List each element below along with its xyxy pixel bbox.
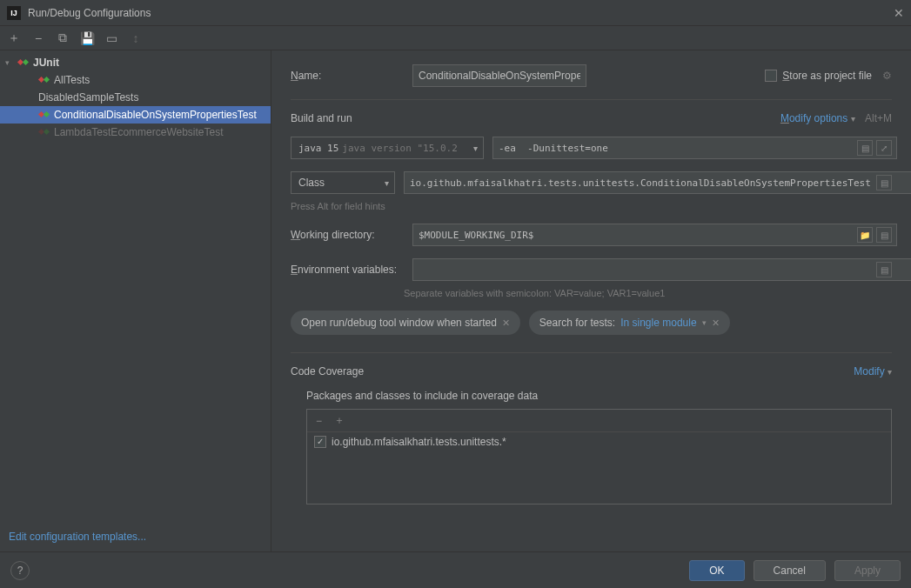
help-button[interactable]: ? [10,561,30,580]
coverage-item-label: io.github.mfaisalkhatri.tests.unittests.… [332,436,506,448]
apply-button[interactable]: Apply [834,560,901,581]
modify-options-shortcut: Alt+M [865,112,892,124]
main-panel: NName:ame: Store as project file ⚙ Build… [271,50,911,551]
junit-icon [38,74,50,86]
chevron-down-icon: ▾ [851,114,855,124]
env-input[interactable] [412,258,911,281]
app-icon: IJ [7,6,21,20]
checkbox-icon[interactable] [314,436,326,448]
junit-icon [38,126,50,138]
chip-remove-icon[interactable]: ✕ [712,317,720,329]
build-run-title: Build and run [291,112,352,124]
vm-options-input[interactable] [492,137,897,159]
modify-options-link[interactable]: Modify options [780,112,847,124]
checkbox-icon[interactable] [765,70,777,82]
window-title: Run/Debug Configurations [28,7,151,19]
field-hint: Press Alt for field hints [291,201,892,211]
gear-icon[interactable]: ⚙ [882,70,892,82]
test-kind-select[interactable]: Class [291,171,395,194]
tree-item-label: DisabledSampleTests [38,91,138,104]
coverage-subtitle: Packages and classes to include in cover… [306,390,892,402]
macro-icon[interactable]: ▤ [857,140,873,156]
close-icon[interactable]: ✕ [894,6,904,20]
browse-icon[interactable]: ▤ [876,262,892,277]
config-sidebar: ▾ JUnit AllTests DisabledSampleTests Con… [0,50,271,551]
jdk-name: java 15 [298,143,338,154]
config-toolbar: ＋ − ⧉ 💾 ▭ ↕ [0,26,911,50]
chevron-down-icon: ▾ [888,367,892,377]
name-label: NName:ame: [291,70,404,82]
macro-icon[interactable]: ▤ [876,227,892,243]
chip-open-tool-window[interactable]: Open run/debug tool window when started … [291,311,520,335]
tree-root-junit[interactable]: ▾ JUnit [0,54,271,71]
copy-icon[interactable]: ⧉ [56,30,70,45]
tree-item-conditionaldisable[interactable]: ConditionalDisableOnSystemPropertiesTest [0,106,271,124]
store-as-project-checkbox[interactable]: Store as project file ⚙ [765,70,892,82]
remove-icon[interactable]: − [316,415,322,427]
expand-arrow-icon[interactable]: ▾ [5,58,14,67]
jdk-select[interactable]: java 15 java version "15.0.2 [291,137,484,159]
chip-value: In single module [620,317,696,329]
chip-label: Search for tests: [539,317,615,329]
tree-item-lambdatest[interactable]: LambdaTestEcommerceWebsiteTest [0,124,271,141]
sort-icon[interactable]: ↕ [129,31,143,45]
add-icon[interactable]: ＋ [334,413,345,428]
coverage-item[interactable]: io.github.mfaisalkhatri.tests.unittests.… [307,432,891,451]
workdir-input[interactable] [412,224,897,246]
coverage-list: − ＋ io.github.mfaisalkhatri.tests.unitte… [306,409,892,504]
browse-icon[interactable]: ▤ [876,175,892,190]
tree-item-label: LambdaTestEcommerceWebsiteTest [54,126,224,138]
folder-icon[interactable]: ▭ [104,31,118,45]
junit-icon [17,57,30,69]
tree-item-disabledsample[interactable]: DisabledSampleTests [0,89,271,106]
tree-item-label: ConditionalDisableOnSystemPropertiesTest [54,109,257,121]
save-icon[interactable]: 💾 [80,31,94,45]
ok-button[interactable]: OK [689,560,744,581]
class-name-input[interactable] [404,171,911,194]
coverage-modify-link[interactable]: Modify [854,365,884,378]
junit-icon [38,109,50,121]
tree-item-label: AllTests [54,74,90,86]
titlebar: IJ Run/Debug Configurations ✕ [0,0,911,26]
name-input[interactable] [412,64,586,87]
add-icon[interactable]: ＋ [7,30,21,46]
jdk-version: java version "15.0.2 [342,143,457,154]
folder-browse-icon[interactable]: 📁 [857,227,873,243]
tree-item-alltests[interactable]: AllTests [0,71,271,89]
test-kind-value: Class [298,177,325,189]
env-hint: Separate variables with semicolon: VAR=v… [291,288,892,298]
workdir-label: Working directory: [291,229,404,241]
chip-label: Open run/debug tool window when started [301,317,497,329]
config-tree: ▾ JUnit AllTests DisabledSampleTests Con… [0,50,271,144]
chip-search-tests[interactable]: Search for tests: In single module ▾ ✕ [529,311,730,335]
tree-root-label: JUnit [33,57,59,69]
env-label: Environment variables: [291,264,404,276]
remove-icon[interactable]: − [31,31,45,45]
edit-templates-link[interactable]: Edit configuration templates... [0,522,271,551]
coverage-title: Code Coverage [291,365,364,378]
expand-icon[interactable]: ⤢ [876,140,892,156]
chip-remove-icon[interactable]: ✕ [502,317,510,329]
dialog-footer: ? OK Cancel Apply [0,551,911,588]
chevron-down-icon[interactable]: ▾ [702,318,707,327]
cancel-button[interactable]: Cancel [754,560,826,581]
